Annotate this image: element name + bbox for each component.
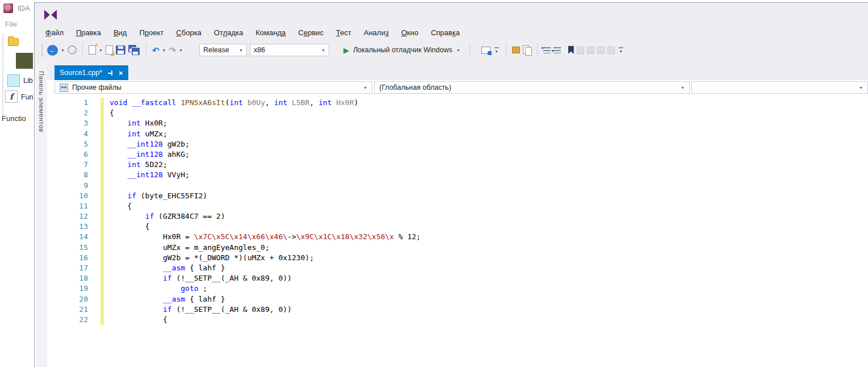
toolbar-overflow-icon[interactable]: ▼	[493, 47, 500, 53]
bookmark-icon[interactable]	[568, 46, 574, 54]
line-number-9: 9	[47, 181, 88, 191]
code-editor[interactable]: 12345678910111213141516171819202122 void…	[35, 95, 868, 367]
redo-icon[interactable]: ↷	[169, 46, 176, 55]
ida-menu-file[interactable]: File	[5, 20, 17, 28]
ida-functions-icon[interactable]: f	[5, 90, 18, 103]
code-line-19: goto ;	[110, 283, 868, 294]
line-number-1: 1	[47, 98, 88, 108]
chevron-down-icon[interactable]: ▼	[360, 86, 367, 90]
configuration-value: Release	[203, 46, 229, 54]
code-line-20: __asm { lahf }	[110, 294, 868, 305]
chevron-down-icon[interactable]: ▼	[856, 86, 863, 90]
new-star-glyph: *	[95, 43, 98, 49]
chevron-down-icon: ▼	[494, 49, 498, 53]
member-dropdown[interactable]: ▼	[691, 81, 868, 94]
line-number-2: 2	[47, 108, 88, 118]
chevron-down-icon[interactable]: ▼	[317, 48, 325, 52]
toolbar-options-icon[interactable]: ▼	[618, 47, 624, 53]
menu-item-tools[interactable]: Сервис	[292, 28, 330, 37]
line-number-3: 3	[47, 118, 88, 128]
visual-studio-logo-icon	[43, 7, 58, 23]
menu-item-team[interactable]: Команда	[249, 28, 292, 37]
list-members-icon[interactable]	[543, 47, 551, 53]
tab-source1-cpp[interactable]: Source1.cpp* ×	[54, 65, 128, 80]
line-number-12: 12	[47, 211, 88, 222]
menu-item-build[interactable]: Сборка	[170, 28, 208, 37]
line-number-15: 15	[47, 243, 88, 253]
chevron-down-icon[interactable]: ▼	[234, 48, 243, 52]
next-bookmark-icon[interactable]	[587, 47, 594, 54]
line-number-19: 19	[47, 283, 88, 294]
ida-open-folder-icon[interactable]	[8, 38, 19, 46]
next-bookmark-in-folder-icon[interactable]	[607, 47, 615, 54]
ida-title-bar: IDA	[3, 3, 30, 13]
code-line-8: __int128 VVyH;	[110, 170, 868, 180]
menu-item-analyze[interactable]: Анализ	[358, 28, 395, 37]
toolbar-separator	[506, 44, 506, 56]
menu-item-view[interactable]: Вид	[107, 28, 133, 37]
code-line-4: int uMZx;	[110, 129, 868, 139]
menu-item-window[interactable]: Окно	[395, 28, 425, 37]
visual-studio-window: ФайлПравкаВидПроектСборкаОтладкаКомандаС…	[34, 2, 868, 367]
menu-item-help[interactable]: Справка	[425, 28, 466, 37]
ida-window-title: IDA	[18, 4, 30, 12]
solution-configurations-combo[interactable]: Release ▼	[199, 44, 247, 56]
scope-dropdown[interactable]: (Глобальная область) ▼	[374, 81, 690, 94]
new-file-dropdown-icon[interactable]: ▼	[99, 48, 103, 52]
toolbox-tab[interactable]: Панель элементов	[36, 62, 47, 367]
line-number-16: 16	[47, 253, 88, 263]
line-number-13: 13	[47, 222, 88, 232]
line-number-21: 21	[47, 305, 88, 315]
attach-process-icon[interactable]	[481, 47, 490, 54]
start-debugging-label: Локальный отладчик Windows	[353, 46, 452, 54]
previous-bookmark-icon[interactable]	[577, 47, 584, 54]
code-line-11: {	[110, 201, 868, 211]
project-dropdown[interactable]: ++ Прочие файлы ▼	[54, 81, 372, 94]
navigation-bar: ++ Прочие файлы ▼ (Глобальная область) ▼…	[35, 80, 868, 95]
line-number-5: 5	[47, 139, 88, 149]
menu-item-debug[interactable]: Отладка	[208, 28, 249, 37]
ida-library-icon[interactable]	[7, 74, 20, 87]
save-all-icon[interactable]	[128, 45, 140, 56]
toolbar-separator	[146, 44, 146, 56]
chevron-down-icon[interactable]: ▼	[677, 86, 685, 90]
line-number-10: 10	[47, 191, 88, 201]
toolbar-drag-handle[interactable]	[41, 44, 44, 56]
line-number-6: 6	[47, 149, 88, 160]
package-icon[interactable]	[512, 47, 520, 53]
start-debugging-button[interactable]: ▶ Локальный отладчик Windows ▼	[340, 46, 464, 54]
code-line-17: __asm { lahf }	[110, 263, 868, 273]
copy-pages-icon[interactable]	[523, 45, 531, 55]
menu-item-file[interactable]: Файл	[39, 28, 70, 37]
navigate-backward-icon[interactable]: ←	[47, 45, 58, 56]
navigate-forward-icon[interactable]: →	[68, 45, 77, 55]
back-arrow-glyph: ←	[49, 46, 56, 54]
line-number-17: 17	[47, 263, 88, 273]
previous-bookmark-in-folder-icon[interactable]	[597, 47, 605, 54]
code-lines: void __fastcall 1PN5xA6sIt(int b0Uy, int…	[110, 98, 868, 325]
line-number-7: 7	[47, 160, 88, 170]
undo-icon[interactable]: ↶	[152, 46, 160, 55]
undo-dropdown-icon[interactable]: ▼	[162, 48, 166, 52]
new-file-icon[interactable]: *	[89, 45, 96, 55]
close-icon[interactable]: ×	[119, 69, 123, 77]
pin-icon[interactable]	[107, 70, 114, 76]
add-item-icon[interactable]	[106, 45, 113, 55]
navigate-backward-dropdown-icon[interactable]: ▼	[61, 48, 65, 52]
standard-toolbar: ← ▼ → * ▼ ↶ ▼ ↷ ▼ Release ▼ x86 ▼ ▶	[35, 39, 868, 61]
parameter-info-icon[interactable]	[553, 47, 561, 53]
solution-platforms-combo[interactable]: x86 ▼	[250, 44, 329, 56]
ida-functions-window-title: Functio	[2, 114, 33, 123]
save-icon[interactable]	[116, 45, 125, 55]
menu-item-edit[interactable]: Правка	[70, 28, 107, 37]
menu-item-test[interactable]: Тест	[330, 28, 358, 37]
forward-arrow-glyph: →	[69, 47, 75, 53]
title-bar	[35, 3, 868, 26]
start-debugging-dropdown-icon[interactable]: ▼	[456, 48, 460, 52]
change-tracking-bar	[100, 98, 104, 325]
code-line-7: int 5D22;	[110, 160, 868, 170]
line-number-8: 8	[47, 170, 88, 180]
redo-dropdown-icon[interactable]: ▼	[179, 48, 183, 52]
code-line-6: __int128 ahKG;	[110, 149, 868, 160]
menu-item-project[interactable]: Проект	[133, 28, 170, 37]
